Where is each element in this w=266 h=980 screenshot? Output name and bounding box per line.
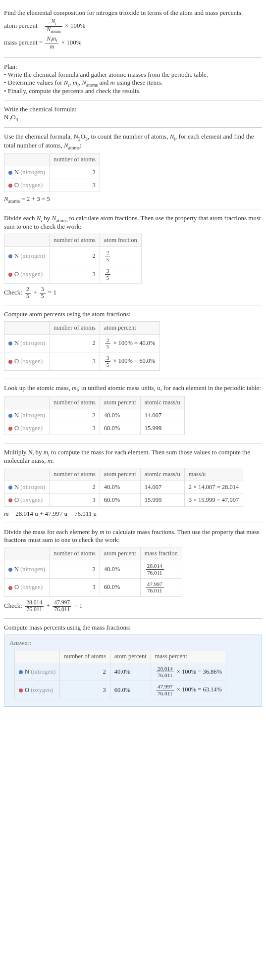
mass-fractions-check: Check: 28.01476.011 + 47.99776.011 = 1: [4, 600, 262, 613]
chem-title: Write the chemical formula:: [4, 105, 262, 113]
table-row: N (nitrogen) 2 40.0% 14.007 2 × 14.007 =…: [4, 481, 243, 494]
oxygen-dot-icon: [19, 688, 23, 692]
nitrogen-dot-icon: [19, 670, 23, 674]
table-row: O (oxygen) 3 60.0% 15.999 3 × 15.999 = 4…: [4, 494, 243, 507]
atomic-mass-table: number of atomsatom percentatomic mass/u…: [4, 396, 185, 435]
atom-percents-intro: Compute atom percents using the atom fra…: [4, 310, 262, 318]
plan-title: Plan:: [4, 63, 262, 71]
molecular-mass-total: m = 28.014 u + 47.997 u = 76.011 u: [4, 510, 262, 518]
mass-intro: Multiply Ni by mi to compute the mass fo…: [4, 448, 262, 465]
table-row: N (nitrogen) 2 40.0% 14.007: [4, 409, 185, 422]
fractions-check: Check: 25 + 35 = 1: [4, 287, 262, 300]
mass-fractions-section: Divide the mass for each element by m to…: [4, 523, 262, 618]
atom-percents-table: number of atomsatom percent N (nitrogen)…: [4, 321, 160, 371]
chem-formula: N2O3: [4, 113, 262, 122]
nitrogen-dot-icon: [8, 171, 12, 175]
oxygen-dot-icon: [8, 273, 12, 277]
table-row: N (nitrogen) 2 25 × 100% = 40.0%: [4, 334, 160, 352]
mass-fractions-table: number of atomsatom percentmass fraction…: [4, 547, 182, 597]
oxygen-dot-icon: [8, 427, 12, 431]
answer-table: number of atomsatom percentmass percent …: [14, 650, 226, 700]
mass-table: number of atomsatom percentatomic mass/u…: [4, 468, 243, 507]
table-row: O (oxygen) 3 60.0% 15.999: [4, 422, 185, 435]
fractions-table: number of atomsatom fraction N (nitrogen…: [4, 234, 142, 284]
atom-fractions-section: Divide each Ni by Natoms to calculate at…: [4, 209, 262, 305]
plan-section: Plan: • Write the chemical formula and g…: [4, 58, 262, 101]
plan-bullet-1: • Write the chemical formula and gather …: [4, 71, 262, 79]
count-intro: Use the chemical formula, N2O3, to count…: [4, 133, 262, 150]
table-row: N (nitrogen) 2: [4, 166, 100, 179]
nitrogen-dot-icon: [8, 342, 12, 345]
count-atoms-section: Use the chemical formula, N2O3, to count…: [4, 128, 262, 209]
table-row: O (oxygen) 3 35 × 100% = 60.0%: [4, 352, 160, 371]
intro-text: Find the elemental composition for nitro…: [4, 9, 262, 17]
mass-percents-section: Compute mass percents using the mass fra…: [4, 619, 262, 713]
nitrogen-dot-icon: [8, 254, 12, 258]
plan-bullet-3: • Finally, compute the percents and chec…: [4, 87, 262, 95]
atomic-mass-section: Look up the atomic mass, mi, in unified …: [4, 379, 262, 443]
table-row: O (oxygen) 3 60.0% 47.99776.011 × 100% =…: [15, 681, 226, 699]
table-row: N (nitrogen) 2 40.0% 28.01476.011: [4, 560, 182, 579]
mass-percent-formula: mass percent = Nimi m × 100%: [4, 36, 262, 50]
plan-bullet-2: • Determine values for Ni, mi, Natoms an…: [4, 79, 262, 88]
natoms-total: Natoms = 2 + 3 = 5: [4, 195, 262, 204]
atom-percent-formula: atom percent = Ni Natoms × 100%: [4, 19, 262, 34]
nitrogen-dot-icon: [8, 414, 12, 418]
answer-box: Answer: number of atomsatom percentmass …: [4, 635, 262, 707]
oxygen-dot-icon: [8, 360, 12, 364]
oxygen-dot-icon: [8, 184, 12, 188]
fractions-intro: Divide each Ni by Natoms to calculate at…: [4, 214, 262, 231]
mass-section: Multiply Ni by mi to compute the mass fo…: [4, 443, 262, 524]
oxygen-dot-icon: [8, 586, 12, 590]
mass-fractions-intro: Divide the mass for each element by m to…: [4, 528, 262, 544]
mass-percents-intro: Compute mass percents using the mass fra…: [4, 624, 262, 632]
nitrogen-dot-icon: [8, 486, 12, 490]
intro-section: Find the elemental composition for nitro…: [4, 4, 262, 58]
table-row: O (oxygen) 3: [4, 179, 100, 192]
nitrogen-dot-icon: [8, 568, 12, 572]
atomic-mass-intro: Look up the atomic mass, mi, in unified …: [4, 384, 262, 393]
atom-percents-section: Compute atom percents using the atom fra…: [4, 305, 262, 380]
table-row: O (oxygen) 3 35: [4, 265, 142, 284]
table-row: N (nitrogen) 2 25: [4, 247, 142, 265]
chemical-formula-section: Write the chemical formula: N2O3: [4, 100, 262, 128]
atoms-table: number of atoms N (nitrogen) 2 O (oxygen…: [4, 153, 100, 192]
table-row: O (oxygen) 3 60.0% 47.99776.011: [4, 579, 182, 597]
table-row: N (nitrogen) 2 40.0% 28.01476.011 × 100%…: [15, 663, 226, 681]
oxygen-dot-icon: [8, 498, 12, 502]
answer-title: Answer:: [9, 639, 257, 647]
